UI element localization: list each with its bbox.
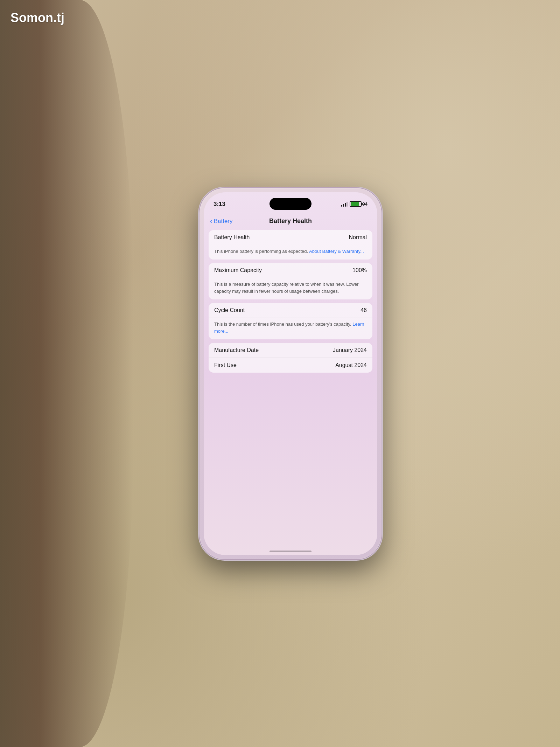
watermark: Somon.tj: [10, 11, 64, 25]
manufacture-date-label: Manufacture Date: [214, 347, 259, 353]
battery-health-description: This iPhone battery is performing as exp…: [209, 245, 372, 260]
battery-health-value: Normal: [349, 234, 367, 241]
back-button-label: Battery: [214, 218, 233, 225]
learn-more-link[interactable]: Learn more...: [214, 321, 364, 334]
back-button[interactable]: ‹ Battery: [210, 218, 233, 225]
battery-health-label: Battery Health: [214, 234, 250, 241]
status-time: 3:13: [214, 201, 225, 208]
battery-percent: 94: [363, 201, 368, 207]
signal-icon: [341, 202, 348, 207]
max-capacity-value: 100%: [352, 267, 367, 274]
phone-frame: 3:13 94: [200, 188, 382, 559]
max-capacity-row: Maximum Capacity 100%: [209, 263, 372, 278]
max-capacity-description: This is a measure of battery capacity re…: [209, 278, 372, 299]
about-battery-link[interactable]: About Battery & Warranty...: [309, 249, 364, 254]
phone-screen: 3:13 94: [204, 192, 377, 555]
battery-health-row: Battery Health Normal: [209, 230, 372, 245]
first-use-value: August 2024: [335, 362, 367, 368]
max-capacity-card: Maximum Capacity 100% This is a measure …: [209, 263, 372, 299]
phone-wrapper: 3:13 94: [200, 188, 382, 559]
hand-area: [0, 0, 133, 747]
battery-health-card: Battery Health Normal This iPhone batter…: [209, 230, 372, 260]
home-indicator: [270, 551, 312, 552]
status-icons: 94: [341, 201, 368, 207]
manufacture-date-value: January 2024: [333, 347, 367, 353]
cycle-count-label: Cycle Count: [214, 307, 245, 313]
battery-status-icon: 94: [350, 201, 368, 207]
cycle-count-value: 46: [360, 307, 367, 313]
page-title: Battery Health: [269, 217, 312, 225]
dates-card: Manufacture Date January 2024 First Use …: [209, 343, 372, 373]
content-area: Battery Health Normal This iPhone batter…: [204, 230, 377, 555]
first-use-label: First Use: [214, 362, 237, 368]
first-use-row: First Use August 2024: [209, 358, 372, 373]
cycle-count-card: Cycle Count 46 This is the number of tim…: [209, 303, 372, 339]
cycle-count-description: This is the number of times iPhone has u…: [209, 318, 372, 339]
cycle-count-row: Cycle Count 46: [209, 303, 372, 318]
nav-header: ‹ Battery Battery Health: [204, 213, 377, 230]
dynamic-island: [270, 198, 312, 210]
max-capacity-label: Maximum Capacity: [214, 267, 262, 274]
manufacture-date-row: Manufacture Date January 2024: [209, 343, 372, 358]
chevron-left-icon: ‹: [210, 217, 212, 224]
